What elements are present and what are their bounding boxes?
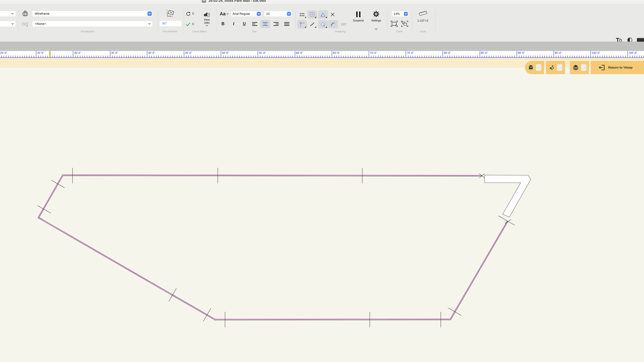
align-left-button[interactable] <box>250 20 260 28</box>
ruler-minor-tick <box>602 56 602 57</box>
ruler-minor-tick <box>352 56 353 57</box>
fit-to-objects-button[interactable] <box>390 20 398 28</box>
font-size-dropdown[interactable]: 10 <box>264 11 292 17</box>
ruler-minor-tick <box>4 56 4 57</box>
tool-preset-dropdown-1[interactable] <box>0 11 16 17</box>
align-center-button[interactable] <box>260 20 270 28</box>
trace-reference-button[interactable] <box>525 61 544 74</box>
snap-smart-edge-button[interactable] <box>318 20 328 29</box>
zoom-level-value: 13% <box>392 12 400 16</box>
trace-reference-toggle[interactable] <box>536 64 541 71</box>
settings-button[interactable] <box>372 10 380 18</box>
ruler-minor-tick <box>494 56 494 57</box>
bold-button[interactable]: B <box>220 20 226 28</box>
snap-object-button[interactable] <box>307 10 317 19</box>
ruler-minor-tick <box>8 56 8 57</box>
snap-working-plane-button[interactable] <box>339 20 348 29</box>
ruler-minor-tick <box>54 56 55 57</box>
data-connections-button[interactable] <box>546 61 565 74</box>
ruler-minor-tick <box>357 56 358 57</box>
ruler-minor-tick <box>505 56 505 57</box>
cloud-sync-pending-icon[interactable] <box>185 11 191 17</box>
zoom-level-dropdown[interactable]: 13% <box>392 11 409 17</box>
visualization-section-label: Visualization <box>80 30 95 33</box>
align-justify-icon <box>284 22 290 26</box>
section-divider <box>412 10 412 33</box>
suspend-button[interactable] <box>354 11 363 18</box>
property-boundary-line[interactable] <box>38 175 508 320</box>
plan-rotation-icon[interactable]: Y x <box>165 9 176 19</box>
ruler-minor-tick <box>623 56 623 57</box>
ruler-minor-tick <box>489 56 489 57</box>
render-mode-icon[interactable] <box>21 10 29 18</box>
ruler-minor-tick <box>223 56 224 57</box>
snap-intersection-button[interactable] <box>328 10 337 19</box>
ruler-minor-tick <box>330 56 330 57</box>
chevron-down-icon[interactable] <box>148 12 152 16</box>
chevron-down-icon[interactable] <box>257 12 261 16</box>
align-right-button[interactable] <box>271 20 281 28</box>
layers-toggle[interactable] <box>581 64 586 71</box>
ruler-minor-tick <box>38 56 39 57</box>
ruler-minor-tick <box>429 56 429 57</box>
property-boundary-line[interactable] <box>38 175 508 320</box>
property-boundary-line[interactable] <box>38 175 508 320</box>
chevron-down-icon <box>206 25 208 26</box>
ruler-minor-tick <box>487 56 487 57</box>
data-connections-toggle[interactable] <box>557 64 562 71</box>
ruler-minor-tick <box>325 56 325 57</box>
italic-button[interactable]: I <box>230 20 237 28</box>
ruler-minor-tick <box>98 56 99 57</box>
tool-preset-dropdown-2[interactable] <box>0 21 16 27</box>
ruler-minor-tick <box>216 56 216 57</box>
ruler-minor-tick <box>634 56 635 57</box>
zoom-selection-icon <box>401 21 408 27</box>
return-to-viewport-label: Return to Viewp <box>608 66 632 69</box>
ruler-minor-tick <box>135 56 136 57</box>
drawing-canvas[interactable]: Return to Viewp <box>0 58 644 362</box>
scale-button[interactable] <box>418 9 428 17</box>
ruler-minor-tick <box>348 56 348 57</box>
ruler-minor-tick <box>131 56 131 57</box>
building-outline-shape[interactable] <box>484 175 531 217</box>
render-mode-dropdown[interactable]: Wireframe <box>32 11 153 17</box>
zoom-section-label: Zoom <box>396 30 403 33</box>
property-boundary-line[interactable] <box>38 175 508 320</box>
snap-tangent-button[interactable] <box>328 20 338 29</box>
snap-smart-points-button[interactable] <box>297 20 307 29</box>
snap-angle-button[interactable] <box>318 10 328 19</box>
ruler-minor-tick <box>560 56 561 57</box>
return-to-viewport-button[interactable]: Return to Viewp <box>591 61 644 74</box>
ruler-minor-tick <box>390 56 390 57</box>
station-tick-mark <box>52 180 64 188</box>
text-style-button[interactable]: Aa <box>219 10 230 18</box>
ruler-minor-tick <box>276 56 277 57</box>
snap-grid-button[interactable] <box>297 10 307 19</box>
chevron-down-icon[interactable] <box>404 12 408 16</box>
ruler-minor-tick <box>475 56 475 57</box>
ruler-minor-tick <box>274 56 274 57</box>
layers-button[interactable] <box>570 61 589 74</box>
ruler-minor-tick <box>496 56 496 57</box>
ruler-minor-tick <box>144 56 145 57</box>
ruler-minor-tick <box>84 56 85 57</box>
chevron-down-icon[interactable] <box>287 12 291 16</box>
view-jobs-button[interactable]: View Jobs <box>199 9 214 29</box>
data-visualization-dropdown[interactable]: <None> <box>32 21 153 27</box>
settings-flyout-chevron[interactable] <box>374 28 378 31</box>
underline-button[interactable]: U <box>241 20 248 28</box>
data-visualization-icon[interactable] <box>20 20 29 28</box>
zoom-to-selection-button[interactable] <box>400 20 409 28</box>
ruler-minor-tick <box>445 56 445 57</box>
ruler-minor-tick <box>124 56 124 57</box>
plan-rotation-input[interactable]: 90° <box>160 21 182 27</box>
ruler-minor-tick <box>288 56 288 57</box>
horizontal-ruler[interactable]: 20'-0"25'-0"30'-0"35'-0"40'-0"45'-0"50'-… <box>0 51 644 58</box>
ruler-minor-tick <box>59 56 59 57</box>
ruler-minor-tick <box>66 56 66 57</box>
snap-interval-button[interactable] <box>307 20 317 29</box>
ruler-minor-tick <box>267 56 267 57</box>
align-justify-button[interactable] <box>282 20 292 28</box>
ruler-minor-tick <box>440 56 441 57</box>
font-name-dropdown[interactable]: Arial Regular <box>230 11 262 17</box>
